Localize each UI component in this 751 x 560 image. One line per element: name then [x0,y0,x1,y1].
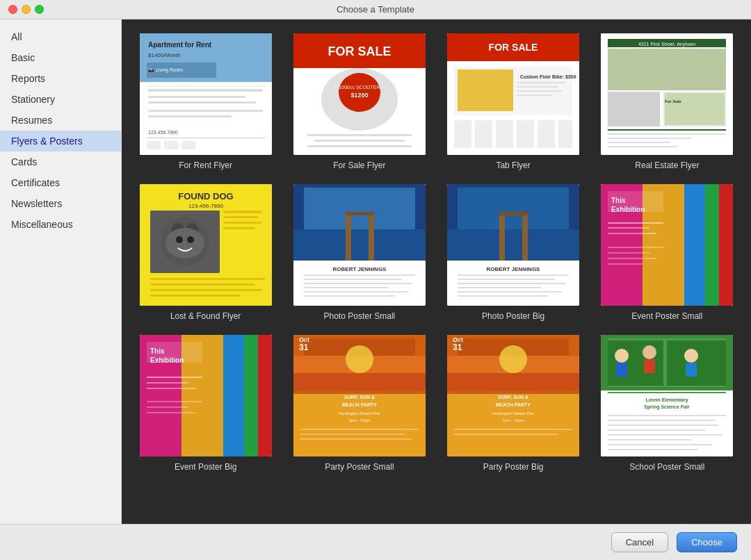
template-item-tab-flyer[interactable]: FOR SALE Custom Fixie Bike: $300 Tab Fly… [444,33,583,170]
close-button[interactable] [8,5,17,14]
svg-rect-155 [447,373,579,394]
template-thumb-photo-poster-big: ROBERT JENNINGS [447,184,579,306]
template-item-party-poster-small[interactable]: SURF, SUN & BEACH PARTY Huntington Beach… [289,335,429,472]
svg-rect-54 [608,142,670,143]
template-item-school-poster-small[interactable]: Lorem Elementary Spring Science Fair Sch… [597,335,737,472]
svg-rect-49 [665,93,725,125]
svg-rect-178 [608,415,726,416]
svg-rect-179 [608,420,716,421]
svg-text:For Sale: For Sale [665,99,681,104]
template-label-party-poster-big: Party Poster Big [483,462,544,472]
cancel-button[interactable]: Cancel [611,532,668,552]
template-label-tab-flyer: Tab Flyer [496,160,530,170]
template-label-real-estate-flyer: Real Estate Flyer [635,160,699,170]
sidebar-item-newsletters[interactable]: Newsletters [0,193,121,214]
template-item-photo-poster-big[interactable]: ROBERT JENNINGS Photo Poster Big [444,184,583,321]
svg-rect-123 [223,335,244,456]
sidebar: AllBasicReportsStationeryResumesFlyers &… [0,19,122,524]
template-thumb-lost-found-flyer: FOUND DOG 123-456-7890 [140,184,272,306]
template-thumb-for-sale-flyer: FOR SALE 1000cc SCOOTER $1200 [293,33,426,155]
template-item-lost-found-flyer[interactable]: FOUND DOG 123-456-7890 Lost & Found Flye… [136,184,275,321]
svg-rect-37 [454,120,471,148]
svg-text:4321 First Street, Anytown: 4321 First Street, Anytown [638,42,695,47]
template-grid: Apartment for Rent $1400/Month 📷 Living … [136,33,737,472]
svg-rect-10 [148,110,263,112]
svg-rect-96 [499,212,528,215]
svg-rect-147 [300,438,412,440]
template-item-event-poster-big[interactable]: This Exhibition Event Poster Big [136,335,275,472]
svg-text:BEACH PARTY: BEACH PARTY [496,402,531,407]
svg-rect-74 [150,295,241,297]
svg-rect-51 [608,129,726,131]
svg-text:123.456.7890: 123.456.7890 [148,130,178,135]
svg-rect-124 [244,335,258,456]
svg-rect-117 [608,252,649,254]
template-item-event-poster-small[interactable]: This Exhibition Event Poster Small [597,184,737,321]
template-label-party-poster-small: Party Poster Small [325,462,394,472]
svg-text:FOUND DOG: FOUND DOG [178,191,233,201]
svg-rect-174 [686,363,697,377]
svg-rect-39 [496,120,513,148]
template-item-real-estate-flyer[interactable]: 4321 First Street, Anytown For Sale Real… [597,33,737,170]
maximize-button[interactable] [35,5,44,14]
template-item-photo-poster-small[interactable]: ROBERT JENNINGS Photo Poster Small [289,184,429,321]
svg-rect-47 [608,92,660,126]
template-item-for-rent-flyer[interactable]: Apartment for Rent $1400/Month 📷 Living … [136,33,275,170]
main-content: AllBasicReportsStationeryResumesFlyers &… [0,19,751,524]
svg-rect-81 [369,212,374,261]
window-title: Choose a Template [337,4,414,15]
svg-rect-25 [314,140,405,142]
svg-point-173 [684,349,698,363]
choose-button[interactable]: Choose [677,532,737,552]
template-item-party-poster-big[interactable]: SURF, SUN & BEACH PARTY Huntington Beach… [444,335,583,472]
template-item-for-sale-flyer[interactable]: FOR SALE 1000cc SCOOTER $1200 For Sale F… [289,33,429,170]
svg-rect-85 [304,279,401,280]
sidebar-item-all[interactable]: All [0,26,121,47]
svg-rect-134 [147,412,195,413]
template-thumb-party-poster-big: SURF, SUN & BEACH PARTY Huntington Beach… [447,335,579,456]
svg-rect-80 [346,212,351,261]
svg-text:$1200: $1200 [350,92,368,99]
svg-rect-95 [522,212,528,261]
svg-rect-101 [458,287,541,288]
svg-rect-160 [454,429,572,430]
svg-rect-185 [608,449,698,450]
sidebar-item-basic[interactable]: Basic [0,47,121,68]
sidebar-item-resumes[interactable]: Resumes [0,110,121,131]
svg-rect-7 [148,89,263,92]
svg-rect-184 [608,444,712,445]
minimize-button[interactable] [22,5,31,14]
sidebar-item-reports[interactable]: Reports [0,68,121,89]
sidebar-item-flyers-posters[interactable]: Flyers & Posters [0,131,121,151]
template-area[interactable]: Apartment for Rent $1400/Month 📷 Living … [122,19,751,524]
svg-text:BEACH PARTY: BEACH PARTY [342,402,377,407]
svg-rect-15 [164,141,178,149]
svg-rect-70 [223,227,255,229]
svg-rect-133 [147,406,188,408]
svg-rect-108 [705,184,719,306]
sidebar-item-certificates[interactable]: Certificates [0,172,121,193]
svg-rect-114 [608,227,649,229]
svg-text:FOR SALE: FOR SALE [328,44,391,58]
svg-rect-84 [304,274,415,276]
sidebar-item-miscellaneous[interactable]: Miscellaneous [0,214,121,235]
template-thumb-event-poster-small: This Exhibition [601,184,733,306]
svg-rect-16 [181,141,195,149]
svg-text:Apartment for Rent: Apartment for Rent [148,41,212,49]
svg-point-66 [187,236,194,243]
svg-point-169 [615,349,629,363]
svg-text:FOR SALE: FOR SALE [489,42,538,53]
template-thumb-real-estate-flyer: 4321 First Street, Anytown For Sale [601,33,733,155]
svg-point-139 [346,345,373,373]
svg-rect-170 [616,363,627,377]
svg-rect-109 [719,184,733,306]
sidebar-item-cards[interactable]: Cards [0,151,121,172]
svg-rect-33 [517,82,565,83]
svg-text:123-456-7890: 123-456-7890 [188,203,223,209]
sidebar-item-stationery[interactable]: Stationery [0,89,121,110]
template-label-event-poster-small: Event Poster Small [631,311,702,321]
svg-text:Huntington Beach Pier: Huntington Beach Pier [339,411,380,415]
svg-rect-131 [147,388,195,389]
svg-rect-118 [608,258,656,259]
svg-text:This: This [150,347,165,355]
